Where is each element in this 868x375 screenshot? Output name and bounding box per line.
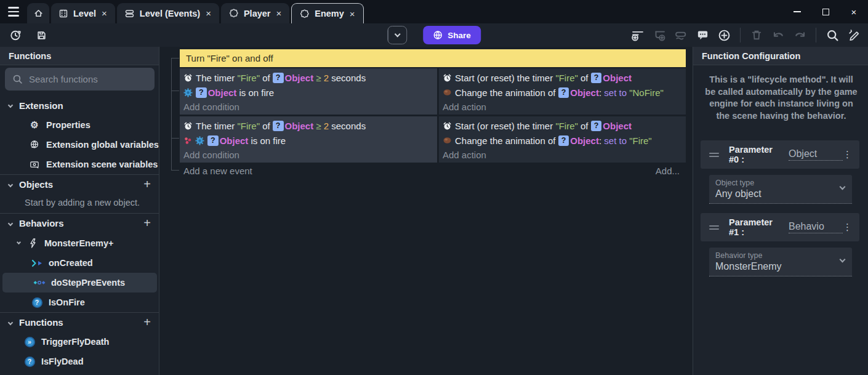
tab-home[interactable] xyxy=(27,3,49,23)
comment-event[interactable]: Turn "Fire" on and off xyxy=(180,49,686,67)
search-input[interactable] xyxy=(29,74,140,84)
close-icon[interactable]: × xyxy=(205,8,212,18)
add-method-button[interactable]: + xyxy=(108,238,113,248)
maximize-button[interactable] xyxy=(811,0,840,23)
condition-timer[interactable]: The timer "Fire" of ?Object ≥ 2 seconds xyxy=(183,118,437,133)
action-function-icon: » xyxy=(23,337,36,347)
extension-icon xyxy=(228,8,239,18)
sidebar-item-extension-scene-variables[interactable]: Extension scene variables xyxy=(0,155,159,174)
tab-label: Level xyxy=(73,9,96,18)
add-circle-icon[interactable] xyxy=(716,27,732,43)
parameter-1-card: Parameter #1 : Behavio ⋮ xyxy=(701,213,859,241)
drag-handle-icon[interactable] xyxy=(709,153,719,157)
history-icon[interactable] xyxy=(7,27,23,43)
kebab-menu-icon[interactable]: ⋮ xyxy=(843,222,852,233)
lifecycle-description: This is a "lifecycle method". It will be… xyxy=(704,74,858,122)
save-icon[interactable] xyxy=(33,27,49,43)
object-param-badge: ? xyxy=(207,135,219,146)
parameter-label: Parameter #1 : xyxy=(729,217,784,237)
search-icon xyxy=(12,74,23,84)
add-more-button[interactable]: Add... xyxy=(656,166,680,176)
behavior-gear-icon xyxy=(183,88,193,97)
section-behaviors[interactable]: Behaviors + xyxy=(0,213,159,233)
close-icon[interactable]: × xyxy=(276,8,283,18)
behavior-gear-icon xyxy=(195,136,204,145)
lifecycle-oncreated-icon xyxy=(31,259,43,267)
section-extension[interactable]: Extension xyxy=(0,95,159,115)
drag-handle-icon[interactable] xyxy=(709,225,719,230)
sidebar-item-oncreated[interactable]: onCreated xyxy=(0,253,159,273)
sidebar-item-isflydead[interactable]: ? IsFlyDead xyxy=(0,352,159,371)
event-tree-tick xyxy=(171,138,179,139)
add-other-event-icon xyxy=(673,27,689,43)
alarm-clock-icon xyxy=(183,121,193,131)
search-icon[interactable] xyxy=(824,27,840,43)
tab-level-events[interactable]: Level (Events) × xyxy=(117,3,219,23)
add-behavior-button[interactable]: + xyxy=(143,216,151,230)
condition-timer[interactable]: The timer "Fire" of ?Object ≥ 2 seconds xyxy=(183,70,437,85)
close-icon[interactable]: × xyxy=(101,8,108,18)
parameter-label: Parameter #0 : xyxy=(729,145,784,164)
sidebar-title: Functions xyxy=(0,47,159,65)
sidebar-item-isonfire[interactable]: ? IsOnFire xyxy=(0,292,159,312)
preview-dropdown-button[interactable] xyxy=(388,26,406,44)
tab-level[interactable]: Level × xyxy=(51,3,115,23)
object-param-badge: ? xyxy=(558,87,569,98)
add-function-button[interactable]: + xyxy=(143,315,151,329)
sidebar-item-extension-global-variables[interactable]: Extension global variables xyxy=(0,135,159,155)
add-action-button[interactable]: Add action xyxy=(443,100,686,113)
sidebar-item-monsterenemy[interactable]: MonsterEnemy + xyxy=(0,233,159,253)
add-action-button[interactable]: Add action xyxy=(443,148,686,161)
add-event-icon[interactable] xyxy=(630,27,646,43)
object-param-badge: ? xyxy=(273,73,284,83)
add-comment-icon[interactable] xyxy=(694,27,710,43)
tab-label: Level (Events) xyxy=(140,9,200,18)
alarm-clock-icon xyxy=(443,121,452,131)
object-param-badge: ? xyxy=(558,135,569,146)
object-param-badge: ? xyxy=(591,121,602,131)
toolbar-separator xyxy=(740,28,741,42)
section-objects[interactable]: Objects + xyxy=(0,174,159,194)
scene-variables-icon xyxy=(28,160,41,169)
events-icon xyxy=(124,9,135,18)
gdevelop-window: Level × Level (Events) × Player × Enemy … xyxy=(0,0,868,375)
kebab-menu-icon[interactable]: ⋮ xyxy=(843,149,852,160)
action-start-timer[interactable]: Start (or reset) the timer "Fire" of ?Ob… xyxy=(443,70,686,85)
behavior-type-dropdown[interactable]: Behavior type MonsterEnemy xyxy=(709,248,852,276)
action-change-animation[interactable]: Change the animation of ?Object: set to … xyxy=(443,85,686,100)
edit-extension-icon[interactable] xyxy=(846,27,862,43)
add-condition-button[interactable]: Add condition xyxy=(183,148,437,161)
add-object-button[interactable]: + xyxy=(143,177,151,192)
tab-player[interactable]: Player × xyxy=(221,3,289,23)
close-button[interactable]: × xyxy=(840,0,868,23)
sidebar-item-dosteppreevents[interactable]: doStepPreEvents xyxy=(2,273,157,292)
object-type-dropdown[interactable]: Object type Any object xyxy=(709,175,852,204)
conditions-cell: The timer "Fire" of ?Object ≥ 2 seconds … xyxy=(180,116,437,163)
parameter-0-card: Parameter #0 : Object ⋮ xyxy=(701,140,859,169)
share-button[interactable]: Share xyxy=(423,26,481,44)
gear-icon: ⚙ xyxy=(28,119,41,131)
minimize-button[interactable] xyxy=(783,0,811,23)
close-icon[interactable]: × xyxy=(349,9,356,19)
action-start-timer[interactable]: Start (or reset) the timer "Fire" of ?Ob… xyxy=(443,118,686,133)
sidebar-item-properties[interactable]: ⚙ Properties xyxy=(0,115,159,135)
menu-icon[interactable] xyxy=(0,0,27,23)
condition-is-on-fire-inverted[interactable]: ?Object is on fire xyxy=(183,133,437,148)
extension-icon xyxy=(299,9,310,19)
actions-cell: Start (or reset) the timer "Fire" of ?Ob… xyxy=(439,68,686,115)
condition-function-icon: ? xyxy=(31,297,43,308)
parameter-name-input[interactable]: Object xyxy=(789,148,843,161)
add-new-event-button[interactable]: Add a new event xyxy=(183,166,252,176)
search-functions-field[interactable] xyxy=(5,68,155,91)
add-event-row: Add a new event Add... xyxy=(183,166,686,176)
preview-button[interactable]: Preview xyxy=(387,26,407,44)
parameter-name-input[interactable]: Behavio xyxy=(789,221,843,233)
sidebar-item-triggerflydeath[interactable]: » TriggerFlyDeath xyxy=(0,332,159,352)
tab-enemy[interactable]: Enemy × xyxy=(291,3,363,23)
add-condition-button[interactable]: Add condition xyxy=(183,100,437,113)
section-functions[interactable]: Functions + xyxy=(0,312,159,332)
condition-is-on-fire[interactable]: ?Object is on fire xyxy=(183,85,437,100)
action-change-animation[interactable]: Change the animation of ?Object: set to … xyxy=(443,133,686,148)
chevron-down-icon xyxy=(8,182,13,187)
undo-icon xyxy=(770,27,786,43)
